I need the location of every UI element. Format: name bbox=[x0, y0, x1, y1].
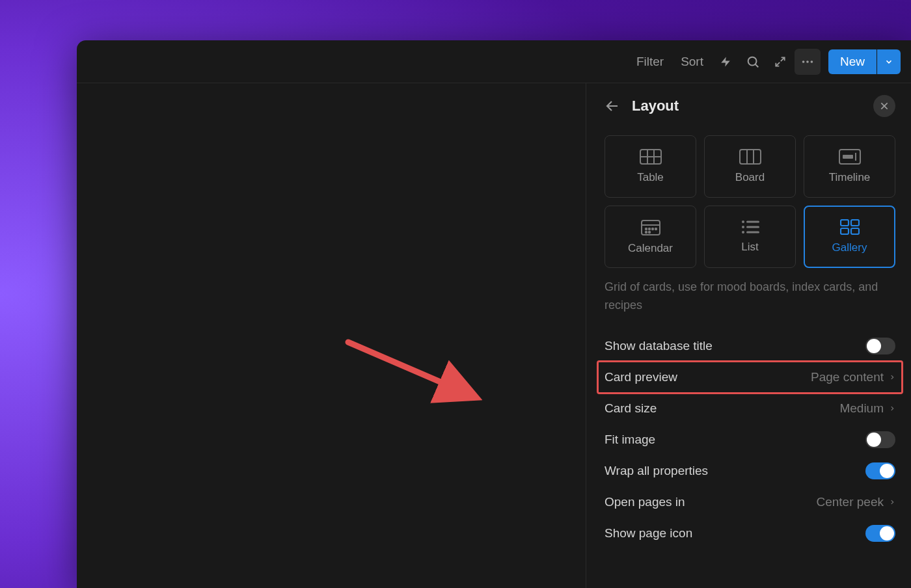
layout-option-timeline[interactable]: Timeline bbox=[804, 135, 895, 198]
toggle-show-database-title[interactable] bbox=[865, 338, 895, 354]
new-button-dropdown[interactable] bbox=[877, 49, 901, 74]
svg-rect-30 bbox=[746, 226, 759, 228]
svg-point-4 bbox=[806, 60, 809, 63]
panel-title: Layout bbox=[632, 98, 862, 114]
sort-button[interactable]: Sort bbox=[673, 49, 711, 74]
setting-show-page-icon[interactable]: Show page icon bbox=[605, 518, 895, 549]
layout-option-gallery[interactable]: Gallery bbox=[804, 206, 895, 268]
layout-option-label: Calendar bbox=[628, 242, 673, 255]
automations-icon[interactable] bbox=[713, 49, 739, 75]
setting-wrap-all-properties[interactable]: Wrap all properties bbox=[605, 455, 895, 487]
setting-value: Page content bbox=[811, 370, 895, 384]
svg-rect-34 bbox=[851, 220, 859, 226]
svg-point-26 bbox=[648, 232, 649, 233]
svg-rect-33 bbox=[841, 220, 849, 226]
toggle-show-page-icon[interactable] bbox=[865, 525, 895, 542]
app-window: Filter Sort New Layout bbox=[77, 40, 911, 588]
layout-option-label: List bbox=[741, 241, 758, 254]
toggle-wrap-all-properties[interactable] bbox=[865, 462, 895, 479]
setting-value: Center peek bbox=[816, 495, 895, 509]
svg-point-29 bbox=[742, 226, 744, 228]
setting-label: Card size bbox=[605, 401, 657, 416]
layout-option-board[interactable]: Board bbox=[704, 135, 796, 198]
setting-label: Fit image bbox=[605, 433, 655, 447]
svg-point-3 bbox=[802, 60, 805, 63]
svg-point-27 bbox=[742, 220, 744, 223]
chevron-right-icon bbox=[889, 373, 895, 382]
svg-point-23 bbox=[651, 228, 653, 230]
expand-icon[interactable] bbox=[767, 49, 793, 75]
setting-value: Medium bbox=[839, 401, 895, 416]
layout-settings-list: Show database title Card preview Page co… bbox=[605, 330, 895, 549]
setting-open-pages-in[interactable]: Open pages in Center peek bbox=[605, 487, 895, 518]
svg-point-31 bbox=[742, 231, 744, 234]
layout-hint-text: Grid of cards, use for mood boards, inde… bbox=[605, 278, 895, 315]
svg-point-21 bbox=[645, 228, 646, 230]
svg-rect-32 bbox=[746, 232, 759, 234]
layout-option-label: Timeline bbox=[829, 171, 871, 184]
setting-fit-image[interactable]: Fit image bbox=[605, 424, 895, 455]
layout-option-label: Board bbox=[735, 171, 765, 184]
svg-point-5 bbox=[811, 60, 813, 63]
svg-rect-35 bbox=[841, 228, 849, 234]
content-area: Layout Table Board bbox=[77, 83, 911, 588]
timeline-icon bbox=[839, 149, 861, 165]
svg-point-24 bbox=[655, 228, 656, 230]
layout-option-calendar[interactable]: Calendar bbox=[605, 206, 696, 268]
database-toolbar: Filter Sort New bbox=[77, 40, 911, 83]
setting-label: Open pages in bbox=[605, 495, 685, 509]
new-button-group: New bbox=[828, 49, 901, 74]
close-icon[interactable] bbox=[873, 95, 895, 117]
gallery-icon bbox=[840, 219, 860, 235]
main-canvas bbox=[77, 83, 586, 588]
svg-point-1 bbox=[748, 57, 757, 65]
layout-option-label: Gallery bbox=[832, 241, 867, 254]
svg-marker-0 bbox=[721, 57, 730, 66]
svg-rect-28 bbox=[746, 221, 759, 223]
toggle-fit-image[interactable] bbox=[865, 431, 895, 448]
panel-header: Layout bbox=[605, 95, 895, 117]
layout-options-grid: Table Board Timeline bbox=[605, 135, 895, 268]
layout-settings-panel: Layout Table Board bbox=[586, 83, 911, 588]
search-icon[interactable] bbox=[740, 49, 766, 75]
svg-rect-13 bbox=[740, 150, 761, 164]
table-icon bbox=[640, 149, 662, 165]
setting-label: Card preview bbox=[605, 370, 677, 384]
board-icon bbox=[739, 149, 761, 165]
setting-show-database-title[interactable]: Show database title bbox=[605, 330, 895, 362]
back-arrow-icon[interactable] bbox=[605, 98, 620, 114]
svg-rect-36 bbox=[851, 228, 859, 234]
setting-card-preview[interactable]: Card preview Page content bbox=[598, 362, 902, 393]
filter-button[interactable]: Filter bbox=[629, 49, 672, 74]
chevron-right-icon bbox=[889, 498, 895, 507]
layout-option-table[interactable]: Table bbox=[605, 135, 696, 198]
chevron-right-icon bbox=[889, 404, 895, 413]
setting-label: Wrap all properties bbox=[605, 464, 708, 478]
svg-point-22 bbox=[648, 228, 649, 230]
svg-line-2 bbox=[755, 64, 759, 67]
list-icon bbox=[741, 220, 759, 234]
layout-option-label: Table bbox=[637, 171, 664, 184]
setting-label: Show database title bbox=[605, 339, 713, 353]
svg-rect-17 bbox=[843, 155, 853, 159]
more-options-icon[interactable] bbox=[795, 49, 821, 75]
layout-option-list[interactable]: List bbox=[704, 206, 796, 268]
new-button[interactable]: New bbox=[828, 49, 877, 74]
svg-point-25 bbox=[645, 232, 646, 233]
calendar-icon bbox=[641, 219, 660, 235]
setting-card-size[interactable]: Card size Medium bbox=[605, 393, 895, 424]
setting-label: Show page icon bbox=[605, 526, 692, 541]
